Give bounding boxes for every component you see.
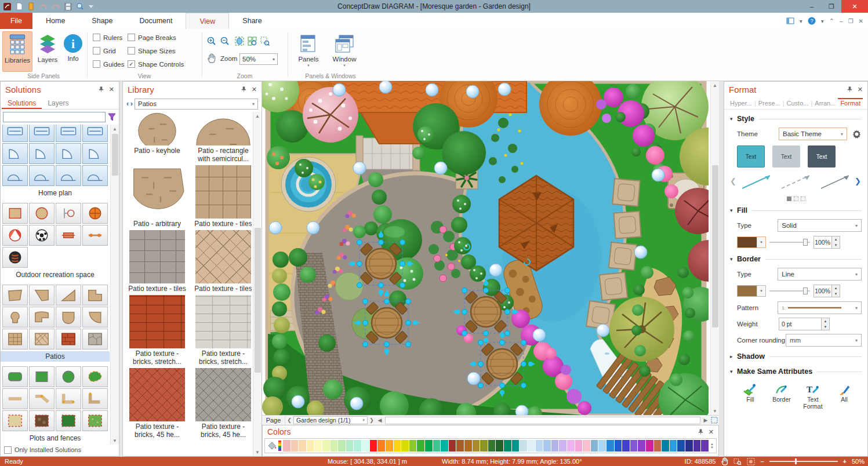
scroll-up-icon[interactable]: ▲ <box>111 125 119 133</box>
scroll-down-icon[interactable]: ▼ <box>111 436 119 445</box>
ltg-shape-tile[interactable] <box>82 410 108 431</box>
scroll-up-icon[interactable]: ▲ <box>253 112 262 120</box>
help-icon[interactable]: ? <box>808 17 816 25</box>
texstone-shape-tile[interactable] <box>82 329 108 350</box>
color-swatch[interactable] <box>417 440 424 452</box>
new-document-icon[interactable] <box>16 2 23 10</box>
win-shape-tile[interactable] <box>56 125 81 142</box>
scroll-right-icon[interactable]: ▶ <box>702 417 710 423</box>
library-item[interactable]: Patio - keyhole <box>125 112 189 163</box>
scroll-left-icon[interactable]: ◀ <box>376 417 384 423</box>
make-same-fill-button[interactable]: Fill <box>738 383 762 410</box>
checkbox-grid[interactable]: Grid <box>93 47 116 54</box>
library-item-list[interactable]: Patio - keyholePatio - rectangle with se… <box>125 112 252 456</box>
make-same-all-button[interactable]: All <box>832 383 856 410</box>
fill-opacity-slider[interactable] <box>769 238 810 246</box>
color-swatch[interactable] <box>401 440 409 452</box>
tab-home[interactable]: Home <box>32 13 78 29</box>
library-item[interactable]: Patio texture - bricks, stretch... <box>125 295 189 366</box>
plotc-shape-tile[interactable] <box>56 366 81 387</box>
tab-presentation[interactable]: Prese... <box>756 98 783 109</box>
fbend-shape-tile[interactable] <box>29 388 55 409</box>
checkbox-shape-sizes[interactable]: Shape Sizes <box>128 47 176 54</box>
line-style-samples[interactable] <box>739 171 852 191</box>
color-palette[interactable] <box>283 440 709 452</box>
qat-dropdown-icon[interactable] <box>88 5 94 9</box>
color-swatch[interactable] <box>433 440 441 452</box>
library-item[interactable]: Patio texture - bricks, stretch... <box>191 295 252 366</box>
color-swatch[interactable] <box>441 440 448 452</box>
color-swatch[interactable] <box>504 440 511 452</box>
open-icon[interactable] <box>27 2 35 10</box>
color-swatch[interactable] <box>386 440 393 452</box>
fill-color-tool-icon[interactable] <box>266 440 283 451</box>
doc-minimize-icon[interactable]: – <box>840 18 843 24</box>
collapse-ribbon-icon[interactable]: ⌃ <box>829 17 834 25</box>
door-shape-tile[interactable] <box>29 143 55 164</box>
color-swatch[interactable] <box>464 440 472 452</box>
color-swatch[interactable] <box>559 440 566 452</box>
swatch-next-icon[interactable]: ❯ <box>855 177 861 185</box>
soccer-shape-tile[interactable] <box>29 225 55 246</box>
color-swatch[interactable] <box>283 440 290 452</box>
bball-shape-tile[interactable] <box>82 203 108 224</box>
library-item[interactable]: Patio texture - tiles <box>125 230 189 293</box>
color-swatch[interactable] <box>346 440 354 452</box>
color-swatch[interactable] <box>638 440 645 452</box>
pan-hand-icon[interactable] <box>721 457 728 465</box>
fline-shape-tile[interactable] <box>2 388 28 409</box>
tab-solutions[interactable]: Solutions <box>2 97 42 109</box>
library-scrollbar[interactable]: ▲ ▼ <box>253 112 262 456</box>
fill-color-swatch[interactable]: ▾ <box>737 236 766 248</box>
pan-hand-icon[interactable] <box>207 53 216 63</box>
solution-group[interactable]: Outdoor recreation space <box>1 198 110 280</box>
pattern-combobox[interactable]: 1: ▾ <box>778 301 862 314</box>
border-opacity-spinner[interactable]: 100%▲▼ <box>813 285 840 297</box>
fit-page-icon[interactable] <box>235 37 244 46</box>
color-swatch[interactable] <box>536 440 543 452</box>
patblob-shape-tile[interactable] <box>56 307 81 327</box>
zoom-in-button[interactable]: + <box>843 458 847 465</box>
redo-icon[interactable] <box>52 3 60 10</box>
pin-icon[interactable] <box>241 86 247 93</box>
solution-group[interactable]: Patios <box>1 280 110 362</box>
solution-group-caption[interactable]: Home plan <box>1 188 110 198</box>
border-type-combobox[interactable]: Line▾ <box>778 268 862 281</box>
section-make-same-attributes[interactable]: ▾Make Same Attributes <box>730 365 862 378</box>
pin-icon[interactable] <box>698 428 704 435</box>
color-swatch[interactable] <box>567 440 575 452</box>
checkbox-page-breaks[interactable]: Page Breaks <box>128 34 176 41</box>
color-swatch[interactable] <box>551 440 559 452</box>
fit-selection-icon[interactable] <box>747 458 755 465</box>
beach-shape-tile[interactable] <box>2 225 28 246</box>
tab-file[interactable]: File <box>0 13 32 29</box>
minimize-button[interactable]: – <box>802 0 822 13</box>
color-swatch[interactable] <box>670 440 677 452</box>
bars-shape-tile[interactable] <box>82 225 108 246</box>
canvas-horizontal-scrollbar[interactable] <box>385 417 700 424</box>
fit-view-icon[interactable] <box>710 417 719 424</box>
color-swatch[interactable] <box>370 440 377 452</box>
corner-rounding-combobox[interactable]: mm▾ <box>786 334 862 347</box>
palette-down-icon[interactable]: ▼ <box>710 446 714 449</box>
doc-restore-icon[interactable]: ❐ <box>848 18 854 24</box>
zoom-selection-icon[interactable] <box>248 37 257 46</box>
doc-close-icon[interactable]: ✕ <box>859 18 863 24</box>
zoom-out-button[interactable]: – <box>760 458 764 465</box>
color-swatch[interactable] <box>314 440 322 452</box>
goal-shape-tile[interactable] <box>56 203 81 224</box>
color-swatch[interactable] <box>377 440 385 452</box>
drawing-canvas[interactable] <box>262 81 709 415</box>
pat3-shape-tile[interactable] <box>56 285 81 305</box>
pin-icon[interactable] <box>98 86 104 93</box>
prev-page-icon[interactable]: ❮ <box>285 417 293 423</box>
sand-shape-tile[interactable] <box>2 410 28 431</box>
scroll-down-icon[interactable]: ▼ <box>711 407 719 415</box>
textan-shape-tile[interactable] <box>2 329 28 350</box>
tab-share[interactable]: Share <box>229 13 275 29</box>
border-color-swatch[interactable]: ▾ <box>737 285 766 297</box>
texred-shape-tile[interactable] <box>56 329 81 350</box>
ddoor-shape-tile[interactable] <box>29 165 55 186</box>
tab-document[interactable]: Document <box>126 13 186 29</box>
tab-hyperlink[interactable]: Hyper... <box>728 98 754 109</box>
